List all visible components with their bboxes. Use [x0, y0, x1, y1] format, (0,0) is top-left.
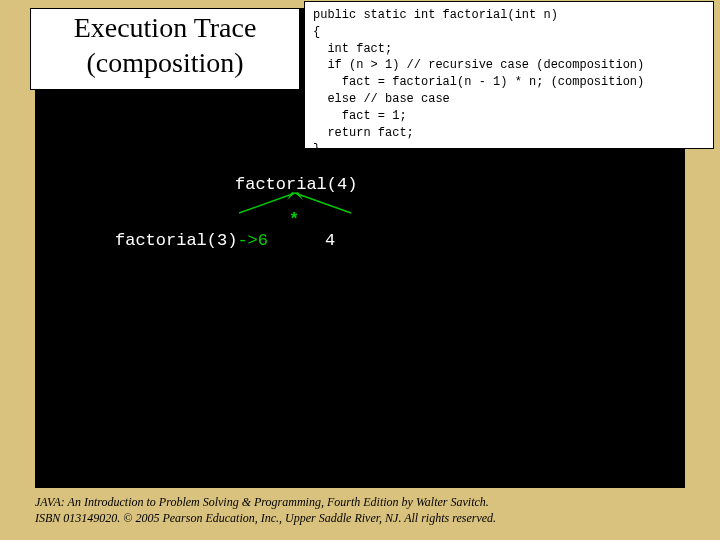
trace-root-call: factorial(4)	[235, 175, 357, 194]
trace-right-operand: 4	[325, 231, 335, 250]
footer-line-1: JAVA: An Introduction to Problem Solving…	[35, 494, 685, 510]
code-snippet: public static int factorial(int n) { int…	[304, 1, 714, 149]
code-l2: {	[313, 25, 320, 39]
title-line-1: Execution Trace	[31, 10, 299, 45]
footer-line-2: ISBN 013149020. © 2005 Pearson Education…	[35, 510, 685, 526]
footer-book-title: JAVA: An Introduction to Problem Solving…	[35, 495, 321, 509]
footer-citation: JAVA: An Introduction to Problem Solving…	[35, 494, 685, 526]
code-l3: int fact;	[313, 42, 392, 56]
svg-line-0	[239, 193, 295, 213]
code-l1: public static int factorial(int n)	[313, 8, 558, 22]
code-l7: fact = 1;	[313, 109, 407, 123]
svg-line-2	[295, 193, 351, 213]
title-line-2: (composition)	[31, 45, 299, 80]
trace-operator: *	[289, 210, 299, 229]
code-l4: if (n > 1) // recursive case (decomposit…	[313, 58, 644, 72]
trace-left-result: ->6	[237, 231, 268, 250]
trace-left-child: factorial(3)->6	[115, 231, 268, 250]
footer-author: , Fourth Edition by Walter Savitch.	[321, 495, 489, 509]
code-l5: fact = factorial(n - 1) * n; (compositio…	[313, 75, 644, 89]
execution-trace-tree: factorial(4) * factorial(3)->6 4	[35, 175, 685, 475]
code-l8: return fact;	[313, 126, 414, 140]
trace-left-call: factorial(3)	[115, 231, 237, 250]
code-l9: }	[313, 142, 320, 156]
slide-title: Execution Trace (composition)	[30, 8, 300, 90]
code-l6: else // base case	[313, 92, 450, 106]
